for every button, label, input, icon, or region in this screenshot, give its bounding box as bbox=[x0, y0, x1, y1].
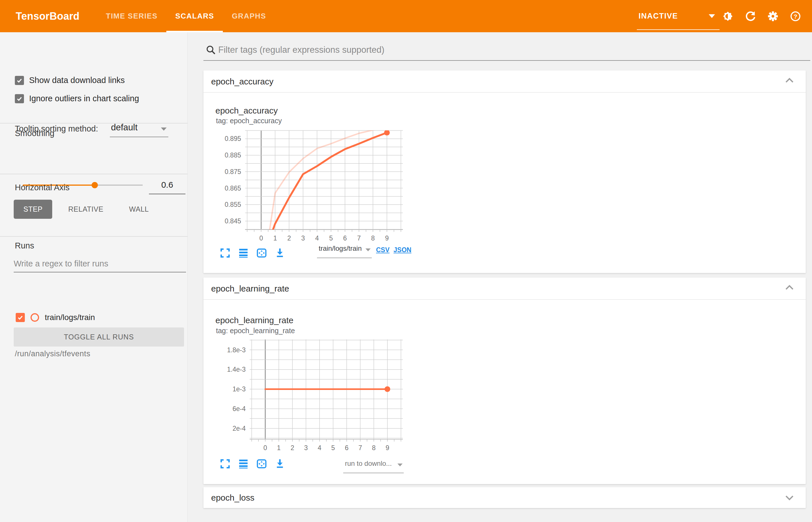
svg-text:9: 9 bbox=[385, 235, 389, 242]
epoch-accuracy-chart[interactable]: 0.8450.8550.8650.8750.8850.8950123456789 bbox=[217, 127, 405, 243]
epoch-learning-rate-chart[interactable]: 2e-46e-41e-31.4e-31.8e-30123456789 bbox=[217, 338, 405, 451]
tab-time-series[interactable]: TIME SERIES bbox=[97, 0, 166, 32]
csv-link[interactable]: CSV bbox=[376, 246, 390, 254]
chart-tag: tag: epoch_learning_rate bbox=[216, 327, 295, 335]
run-color-swatch bbox=[31, 313, 39, 322]
toggle-all-runs-button[interactable]: TOGGLE ALL RUNS bbox=[14, 327, 184, 346]
svg-text:0.875: 0.875 bbox=[224, 168, 241, 176]
settings-sidebar: Show data download links Ignore outliers… bbox=[0, 32, 187, 522]
svg-text:0.865: 0.865 bbox=[224, 184, 241, 192]
svg-text:4: 4 bbox=[315, 235, 319, 242]
toggle-y-axis-icon[interactable] bbox=[238, 458, 249, 469]
runs-label: Runs bbox=[15, 241, 34, 250]
svg-text:7: 7 bbox=[357, 235, 361, 242]
epoch-learning-rate-card: epoch_learning_rate epoch_learning_rate … bbox=[203, 278, 806, 484]
svg-text:9: 9 bbox=[385, 444, 389, 451]
status-dropdown[interactable]: INACTIVE bbox=[638, 0, 678, 32]
chart-title: epoch_accuracy bbox=[215, 106, 278, 116]
json-link[interactable]: JSON bbox=[393, 246, 411, 254]
svg-text:0: 0 bbox=[263, 444, 267, 451]
chevron-up-icon[interactable] bbox=[785, 285, 794, 290]
help-icon[interactable]: ? bbox=[789, 10, 802, 23]
download-icon[interactable] bbox=[275, 247, 285, 258]
status-underline bbox=[637, 29, 719, 30]
section-header-epoch-loss[interactable]: epoch_loss bbox=[203, 487, 806, 508]
nav-tabs: TIME SERIES SCALARS GRAPHS bbox=[97, 0, 275, 32]
svg-text:4: 4 bbox=[318, 444, 321, 451]
tooltip-sorting-select[interactable]: default bbox=[110, 121, 169, 137]
smoothing-label: Smoothing bbox=[15, 129, 55, 138]
download-icon[interactable] bbox=[275, 458, 285, 469]
svg-text:8: 8 bbox=[371, 235, 375, 242]
tab-scalars[interactable]: SCALARS bbox=[166, 0, 223, 32]
status-caret-icon[interactable] bbox=[709, 14, 715, 18]
svg-text:1: 1 bbox=[277, 444, 281, 451]
run-download-select[interactable]: run to downlo... bbox=[343, 457, 404, 473]
horizontal-axis-label: Horizontal Axis bbox=[15, 183, 70, 192]
checkbox-label: Show data download links bbox=[29, 76, 125, 85]
chart-toolbar bbox=[220, 247, 285, 258]
chevron-down-icon bbox=[397, 463, 402, 466]
search-icon bbox=[205, 44, 217, 56]
run-download-select[interactable]: train/logs/train bbox=[317, 242, 372, 258]
log-directory-path: /run/analysis/tfevents bbox=[15, 349, 91, 358]
svg-text:8: 8 bbox=[372, 444, 376, 451]
svg-text:1: 1 bbox=[273, 235, 277, 242]
tooltip-sorting-value: default bbox=[111, 122, 138, 133]
svg-text:?: ? bbox=[794, 13, 797, 19]
section-title: epoch_accuracy bbox=[211, 71, 273, 93]
divider bbox=[0, 174, 187, 174]
axis-relative-button[interactable]: RELATIVE bbox=[59, 200, 113, 219]
svg-text:1e-3: 1e-3 bbox=[233, 385, 246, 393]
section-header-epoch-accuracy[interactable]: epoch_accuracy bbox=[203, 71, 806, 93]
tab-graphs[interactable]: GRAPHS bbox=[223, 0, 275, 32]
fullscreen-icon[interactable] bbox=[220, 458, 231, 469]
svg-text:2e-4: 2e-4 bbox=[233, 425, 246, 432]
settings-icon[interactable] bbox=[766, 10, 779, 23]
chart-toolbar bbox=[220, 458, 285, 469]
chevron-up-icon[interactable] bbox=[785, 78, 794, 83]
fullscreen-icon[interactable] bbox=[220, 247, 231, 258]
section-title: epoch_learning_rate bbox=[211, 278, 289, 300]
run-download-value: train/logs/train bbox=[319, 244, 362, 253]
divider bbox=[0, 123, 187, 123]
main-content: epoch_accuracy epoch_accuracy tag: epoch… bbox=[188, 32, 812, 522]
svg-text:5: 5 bbox=[329, 235, 333, 242]
section-header-epoch-learning-rate[interactable]: epoch_learning_rate bbox=[203, 278, 806, 300]
svg-text:7: 7 bbox=[358, 444, 362, 451]
svg-text:6: 6 bbox=[343, 235, 347, 242]
check-icon bbox=[16, 77, 22, 84]
tag-filter-input[interactable] bbox=[218, 42, 789, 57]
run-download-placeholder: run to downlo... bbox=[345, 460, 392, 467]
run-checkbox[interactable] bbox=[16, 313, 25, 322]
fit-domain-icon[interactable] bbox=[256, 458, 267, 469]
top-navbar: TensorBoard TIME SERIES SCALARS GRAPHS I… bbox=[0, 0, 812, 32]
check-icon bbox=[17, 314, 23, 321]
app-title: TensorBoard bbox=[16, 0, 80, 32]
svg-text:6: 6 bbox=[345, 444, 349, 451]
checkbox-label: Ignore outliers in chart scaling bbox=[29, 94, 139, 103]
brightness-icon[interactable] bbox=[721, 10, 734, 23]
epoch-loss-card: epoch_loss bbox=[203, 487, 806, 508]
axis-wall-button[interactable]: WALL bbox=[119, 200, 158, 219]
axis-step-button[interactable]: STEP bbox=[14, 200, 52, 219]
svg-text:0: 0 bbox=[259, 235, 263, 242]
svg-text:0.895: 0.895 bbox=[224, 135, 241, 142]
slider-thumb[interactable] bbox=[92, 182, 98, 188]
chevron-down-icon bbox=[161, 127, 166, 130]
navbar-icon-group: ? bbox=[721, 0, 802, 32]
smoothing-value[interactable]: 0.6 bbox=[149, 180, 185, 194]
svg-text:2: 2 bbox=[291, 444, 294, 451]
show-download-links-checkbox[interactable] bbox=[15, 76, 24, 85]
run-item-label: train/logs/train bbox=[45, 313, 95, 322]
epoch-accuracy-card: epoch_accuracy epoch_accuracy tag: epoch… bbox=[203, 71, 806, 273]
chart-tag: tag: epoch_accuracy bbox=[216, 117, 282, 125]
chevron-down-icon[interactable] bbox=[785, 495, 794, 500]
fit-domain-icon[interactable] bbox=[256, 247, 267, 258]
tag-filter-bar bbox=[203, 40, 810, 61]
runs-filter-input[interactable] bbox=[14, 255, 186, 273]
toggle-y-axis-icon[interactable] bbox=[238, 247, 249, 258]
refresh-icon[interactable] bbox=[744, 10, 757, 23]
ignore-outliers-checkbox[interactable] bbox=[15, 94, 24, 103]
svg-text:1.4e-3: 1.4e-3 bbox=[227, 366, 246, 373]
